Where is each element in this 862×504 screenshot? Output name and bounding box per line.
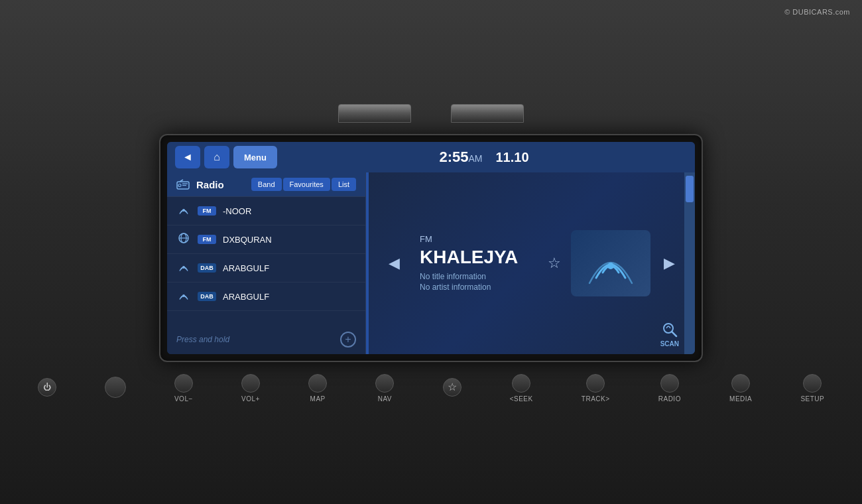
add-button[interactable]: + bbox=[340, 332, 356, 347]
nav-button[interactable]: NAV bbox=[375, 374, 394, 403]
station-name-3: ARABGULF bbox=[223, 263, 269, 273]
radio-header: Radio Band Favourites List bbox=[167, 172, 365, 197]
station-badge-2: FM bbox=[198, 235, 216, 244]
vent-area bbox=[172, 95, 690, 131]
clock-time: 2:55AM bbox=[439, 149, 482, 166]
station-name-2: DXBQURAN bbox=[223, 235, 272, 245]
press-hold-text: Press and hold bbox=[176, 335, 229, 344]
station-name-1: -NOOR bbox=[223, 206, 251, 216]
car-surround: © DUBICARS.com ◄ ⌂ Menu 2:55AM bbox=[0, 0, 862, 504]
vent-tab-right bbox=[451, 104, 524, 123]
watermark: © DUBICARS.com bbox=[784, 8, 850, 16]
circle-button[interactable] bbox=[105, 377, 126, 401]
track-forward-button[interactable]: TRACK> bbox=[582, 374, 610, 403]
scan-icon bbox=[660, 320, 679, 339]
favourite-button[interactable]: ☆ bbox=[544, 251, 564, 275]
station-band: FM bbox=[420, 234, 531, 244]
station-item[interactable]: FM DXBQURAN bbox=[167, 225, 365, 254]
map-button[interactable]: MAP bbox=[308, 374, 327, 403]
station-info: FM KHALEJYA No title information No arti… bbox=[413, 234, 538, 293]
band-tab-band[interactable]: Band bbox=[251, 178, 282, 191]
station-graphic bbox=[571, 230, 650, 296]
vol-plus-button[interactable]: VOL+ bbox=[241, 374, 260, 403]
title-info: No title information bbox=[420, 272, 531, 281]
scroll-thumb bbox=[686, 176, 694, 202]
station-item[interactable]: DAB ARABGULF bbox=[167, 254, 365, 283]
radio-signal-graphic bbox=[584, 237, 637, 290]
station-badge-3: DAB bbox=[198, 263, 216, 273]
seek-back-button[interactable]: <SEEK bbox=[510, 374, 533, 403]
media-label: MEDIA bbox=[729, 395, 752, 403]
radio-header-icon bbox=[176, 179, 190, 190]
seek-back-label: <SEEK bbox=[510, 395, 533, 403]
radio-phys-label: RADIO bbox=[658, 395, 681, 403]
next-station-button[interactable]: ▶ bbox=[657, 248, 682, 279]
svg-line-13 bbox=[672, 332, 676, 336]
scroll-indicator[interactable] bbox=[684, 172, 695, 354]
band-tabs: Band Favourites List bbox=[251, 178, 356, 191]
signal-icon-1 bbox=[176, 204, 191, 218]
back-button[interactable]: ◄ bbox=[175, 146, 200, 168]
scan-label: SCAN bbox=[660, 340, 679, 347]
signal-icon-2 bbox=[176, 232, 191, 247]
frequency-display: 11.10 bbox=[495, 150, 528, 165]
media-button[interactable]: MEDIA bbox=[729, 374, 752, 403]
scan-button[interactable]: SCAN bbox=[660, 320, 679, 347]
menu-button[interactable]: Menu bbox=[233, 146, 277, 168]
station-name-large: KHALEJYA bbox=[420, 247, 531, 268]
time-display: 2:55AM 11.10 bbox=[281, 149, 687, 166]
left-panel: Radio Band Favourites List bbox=[167, 172, 366, 354]
home-button[interactable]: ⌂ bbox=[204, 146, 229, 168]
prev-station-button[interactable]: ◀ bbox=[382, 248, 406, 279]
radio-phys-button[interactable]: RADIO bbox=[658, 374, 681, 403]
radio-label: Radio bbox=[196, 179, 224, 190]
fav-phys-button[interactable]: ☆ bbox=[443, 378, 462, 399]
main-screen: ◄ ⌂ Menu 2:55AM 11.10 bbox=[167, 142, 695, 354]
press-hold-area: Press and hold + bbox=[167, 325, 365, 354]
band-tab-list[interactable]: List bbox=[332, 178, 356, 191]
station-badge-4: DAB bbox=[198, 292, 216, 301]
setup-button[interactable]: SETUP bbox=[800, 374, 824, 403]
physical-controls: ⏻ VOL− VOL+ MAP NAV ☆ bbox=[0, 362, 862, 409]
track-forward-label: TRACK> bbox=[582, 395, 610, 403]
station-list: FM -NOOR FM DXBQURAN bbox=[167, 197, 365, 325]
vent-tab-left bbox=[338, 104, 411, 123]
signal-icon-4 bbox=[176, 289, 191, 304]
signal-icon-3 bbox=[176, 261, 191, 275]
vol-minus-label: VOL− bbox=[174, 395, 193, 403]
right-panel: ◀ FM KHALEJYA No title information No ar… bbox=[369, 172, 695, 354]
top-bar: ◄ ⌂ Menu 2:55AM 11.10 bbox=[167, 142, 695, 172]
band-tab-favourites[interactable]: Favourites bbox=[283, 178, 330, 191]
artist-info: No artist information bbox=[420, 283, 531, 292]
power-button[interactable]: ⏻ bbox=[38, 378, 56, 399]
station-item[interactable]: DAB ARABGULF bbox=[167, 283, 365, 311]
setup-label: SETUP bbox=[800, 395, 824, 403]
nav-label: NAV bbox=[378, 395, 392, 403]
station-display: ◀ FM KHALEJYA No title information No ar… bbox=[369, 172, 695, 354]
screen-bezel: ◄ ⌂ Menu 2:55AM 11.10 bbox=[159, 134, 703, 362]
content-area: Radio Band Favourites List bbox=[167, 172, 695, 354]
station-name-4: ARABGULF bbox=[223, 292, 269, 302]
station-badge-1: FM bbox=[198, 206, 216, 216]
svg-point-1 bbox=[178, 184, 181, 187]
station-item[interactable]: FM -NOOR bbox=[167, 197, 365, 225]
vol-minus-button[interactable]: VOL− bbox=[174, 374, 193, 403]
map-label: MAP bbox=[310, 395, 326, 403]
vol-plus-label: VOL+ bbox=[241, 395, 260, 403]
